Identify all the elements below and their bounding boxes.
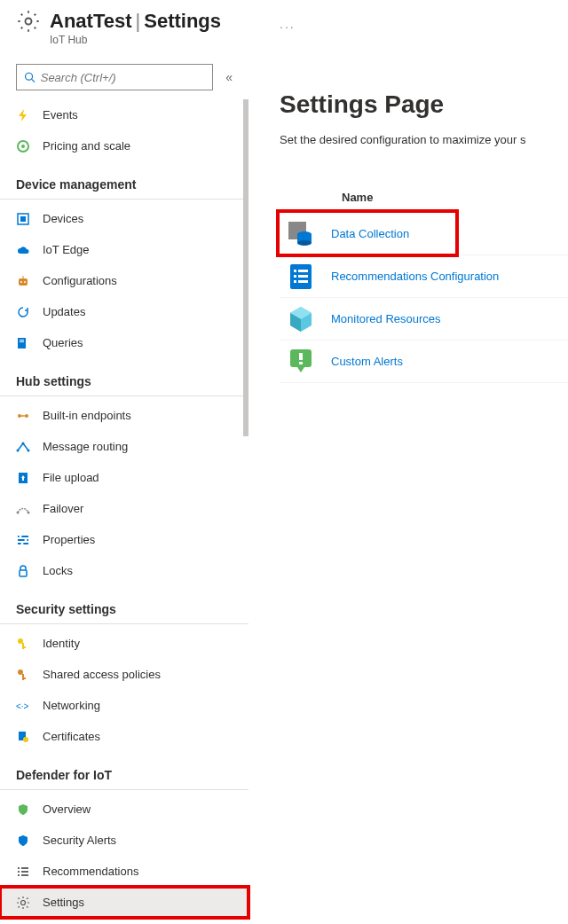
settings-row-link[interactable]: Recommendations Configuration [331,270,499,283]
svg-rect-40 [21,867,28,869]
key-y-icon [16,637,30,651]
sidebar-item-label: Properties [43,533,95,546]
route-icon [16,440,30,454]
sidebar-item-label: File upload [43,471,99,484]
section-name: Settings [144,10,221,32]
query-icon [16,336,30,350]
sidebar-scrollbar-thumb[interactable] [243,99,248,436]
svg-rect-13 [20,341,24,342]
sidebar-item-locks[interactable]: Locks [0,555,248,586]
sidebar-item-file-upload[interactable]: File upload [0,462,248,493]
svg-point-49 [297,240,312,246]
settings-row-link[interactable]: Custom Alerts [331,355,403,368]
endpoint-icon [16,409,30,423]
svg-point-21 [17,511,20,513]
alert-icon [285,346,317,378]
settings-row-data-collection[interactable]: Data Collection [280,213,568,255]
svg-point-28 [21,542,24,544]
sidebar-item-label: Shared access policies [43,668,161,681]
title-separator: | [136,10,141,32]
svg-rect-29 [20,570,27,576]
settings-row-link[interactable]: Data Collection [331,227,409,240]
sidebar-item-label: Recommendations [43,865,138,878]
sidebar-item-label: Identity [43,637,80,650]
sidebar-item-security-alerts[interactable]: Security Alerts [0,825,248,856]
sidebar-item-updates[interactable]: Updates [0,296,248,327]
sidebar-item-identity[interactable]: Identity [0,628,248,659]
sidebar-item-label: Pricing and scale [43,139,130,153]
sidebar-menu: EventsPricing and scaleDevice management… [0,99,248,918]
settings-row-recommendations-configuration[interactable]: Recommendations Configuration [280,255,568,298]
dial-icon [16,139,30,153]
settings-rows: Data CollectionRecommendations Configura… [280,213,568,383]
sidebar-item-label: Updates [43,305,85,318]
section-header-device-management: Device management [0,161,248,200]
sidebar-item-iot-edge[interactable]: IoT Edge [0,234,248,265]
sidebar-item-label: Built-in endpoints [43,409,131,422]
svg-rect-6 [20,216,26,222]
sidebar-item-label: Configurations [43,274,117,287]
svg-point-22 [28,511,30,513]
sidebar-item-shared-access-policies[interactable]: Shared access policies [0,659,248,690]
device-icon [16,212,30,226]
cert-icon [16,730,30,744]
settings-row-monitored-resources[interactable]: Monitored Resources [280,298,568,341]
sidebar: « EventsPricing and scaleDevice manageme… [0,55,248,924]
sidebar-item-label: Settings [43,896,84,909]
cube-icon [285,303,317,335]
sidebar-item-recommendations[interactable]: Recommendations [0,856,248,887]
svg-rect-52 [298,270,308,272]
robot-icon [16,274,30,288]
svg-point-8 [20,281,22,283]
svg-rect-59 [299,362,303,364]
sidebar-item-label: Devices [43,212,83,225]
sidebar-item-label: Overview [43,803,91,816]
sidebar-item-devices[interactable]: Devices [0,203,248,234]
svg-rect-43 [18,874,20,876]
collapse-sidebar-button[interactable]: « [225,70,233,84]
sidebar-item-message-routing[interactable]: Message routing [0,431,248,462]
sidebar-item-settings[interactable]: Settings [0,887,248,918]
sidebar-item-events[interactable]: Events [0,99,248,130]
svg-rect-51 [294,270,296,272]
svg-text:<·>: <·> [16,701,29,711]
resource-name: AnatTest [50,10,132,32]
svg-rect-44 [21,874,28,876]
sidebar-item-label: Networking [43,699,100,712]
svg-rect-42 [21,871,28,873]
svg-point-9 [24,281,26,283]
resource-type-label: IoT Hub [50,34,568,46]
svg-rect-53 [294,275,296,278]
settings-row-custom-alerts[interactable]: Custom Alerts [280,341,568,383]
svg-rect-35 [22,677,26,679]
svg-point-18 [28,449,30,451]
list-icon [16,865,30,879]
shield-g-icon [16,803,30,817]
svg-point-27 [25,538,28,541]
sidebar-item-configurations[interactable]: Configurations [0,265,248,296]
sidebar-item-networking[interactable]: <·>Networking [0,690,248,721]
more-button[interactable]: ··· [280,20,296,34]
column-header-name: Name [280,191,568,204]
svg-point-26 [20,535,22,537]
svg-point-15 [25,414,28,418]
lock-icon [16,564,30,578]
sidebar-item-label: Failover [43,502,83,515]
sidebar-item-certificates[interactable]: Certificates [0,721,248,752]
settings-row-link[interactable]: Monitored Resources [331,312,441,325]
sidebar-item-overview[interactable]: Overview [0,794,248,825]
svg-rect-54 [298,275,308,278]
upload-icon [16,471,30,485]
sidebar-item-failover[interactable]: Failover [0,493,248,524]
sidebar-item-pricing-and-scale[interactable]: Pricing and scale [0,130,248,161]
svg-point-17 [17,449,20,451]
svg-rect-55 [294,280,296,283]
sidebar-item-properties[interactable]: Properties [0,524,248,555]
sidebar-scrollbar[interactable] [241,99,248,924]
search-input-wrapper[interactable] [16,64,213,90]
svg-point-45 [21,900,26,904]
sidebar-item-queries[interactable]: Queries [0,327,248,358]
svg-rect-32 [22,646,26,648]
search-input[interactable] [41,71,205,84]
sidebar-item-built-in-endpoints[interactable]: Built-in endpoints [0,400,248,431]
